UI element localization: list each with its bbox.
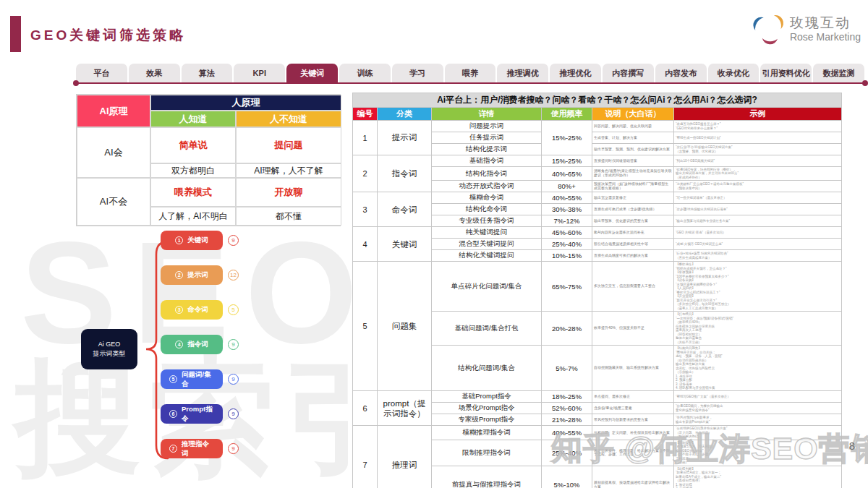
cell-note: 预留决策空间（如“这种模块材料厂”海量模型生成完整方案模板） — [592, 181, 674, 192]
cell-examples: “写一份关键词清单”（需反复修正） — [674, 192, 842, 204]
pill-1: 1关键词 — [161, 231, 223, 250]
cell-category: prompt（提示词指令） — [378, 391, 432, 426]
tab-11[interactable]: 内容撰写 — [603, 64, 654, 83]
cell-known-sub-2: 人了解，AI不明白 — [150, 207, 236, 226]
cell-detail: 单点碎片化问题词/集合 — [432, 262, 542, 312]
cell-note: 多次独立交互，信息割裂需要人工整合 — [592, 262, 674, 312]
cell-no: 4 — [353, 227, 378, 262]
cell-note: 回答问题、解决问题、优化关联问题 — [592, 121, 674, 132]
tab-7[interactable]: 学习 — [392, 64, 443, 83]
page-number: 8 — [849, 440, 855, 452]
tab-10[interactable]: 推理优化 — [550, 64, 601, 83]
cell-note: 输出宽泛需反复修正 — [592, 192, 674, 204]
tab-6[interactable]: 训练 — [339, 64, 391, 83]
cell-note: 效率提升40%、但深度关联不足 — [592, 312, 674, 346]
pill-row-4: 4指令词9 — [161, 335, 239, 354]
cell-examples: 【餐饮选址】“我想在成都开火锅店，怎么选址？”【装修预算】“100平米餐饮店装修… — [674, 262, 842, 312]
table-row: 1提示词问题提示词15%-25%回答问题、解决问题、优化关联问题“玫瑰互动的GE… — [353, 121, 842, 132]
cell-examples: “这类材料厂怎么做GEO？请给出完整方案模板”（预留决策空间） — [674, 181, 842, 192]
cell-frequency: 21%-28% — [542, 414, 592, 426]
cell-note: 输出带预算、优化建议的完整方案 — [592, 215, 674, 227]
cell-known-em-2: 喂养模式 — [150, 178, 236, 207]
tab-14[interactable]: 引用资料优化 — [760, 64, 812, 83]
col-header-unknown: 人不知道 — [236, 111, 341, 127]
table-row: 4关键词纯关键词提问45%-60%靠AI内容库泛化需多次追问补充“GEO 关键词… — [353, 227, 842, 239]
tab-5[interactable]: 关键词 — [286, 64, 338, 83]
cell-note: 清晰角色/场景/约束让模型主动补充未知引导关联建议（形成闭环协作） — [592, 167, 674, 181]
column-header-3: 详情 — [432, 108, 542, 121]
cell-examples: 【前提判断】“如果前提A成立，输出方案一；如果前提A不成立，输出方案二”（真假前… — [674, 466, 842, 488]
pill-label: 推理指令词 — [182, 440, 214, 458]
cell-detail: 问题提示词 — [432, 121, 542, 132]
pill-count-badge: 9 — [228, 443, 239, 454]
cell-examples: “列出10个GEO高频关键词” — [674, 155, 842, 167]
row-label-ai-can: AI会 — [77, 127, 150, 178]
pill-number-icon: 1 — [175, 236, 183, 244]
cell-frequency: 80%+ — [542, 181, 592, 192]
pill-count-badge: 5 — [228, 304, 239, 315]
cell-frequency: 40%-55% — [542, 426, 592, 440]
cell-unknown-sub-2: 都不懂 — [236, 207, 341, 226]
cell-frequency: 40%-65% — [542, 167, 592, 181]
pill-count-badge: 9 — [228, 339, 239, 350]
pill-count-badge: 12 — [228, 270, 239, 281]
pill-row-5: 5问题词/集合9 — [161, 369, 239, 389]
cell-detail: 模糊命令词 — [432, 192, 542, 204]
cell-frequency: 40%-55% — [542, 192, 592, 204]
cell-frequency: 65%-75% — [542, 262, 592, 312]
tab-3[interactable]: 算法 — [182, 64, 233, 83]
cell-no: 7 — [353, 426, 378, 488]
pill-label: 提示词 — [187, 270, 208, 280]
cell-unknown-sub-1: AI理解，人不了解 — [236, 163, 341, 178]
tab-12[interactable]: 内容发布 — [655, 64, 707, 83]
cell-frequency: 52%-60% — [542, 403, 592, 414]
tab-13[interactable]: 收录优化 — [708, 64, 760, 83]
tab-2[interactable]: 效果 — [129, 64, 180, 83]
cell-frequency: 25%-40% — [542, 239, 592, 250]
cell-detail: 场景化Prompt指令 — [432, 403, 542, 414]
mindmap-root-node: Ai GEO 提示词类型 — [81, 329, 137, 369]
cell-frequency: 18%-25% — [542, 391, 592, 403]
cell-category: 推理词 — [378, 426, 432, 488]
pill-count-badge: 9 — [228, 408, 239, 419]
cell-examples: 【打包提问】“一次性回答：选址/预算/设备/招聘/营销”（效率提升40%）但各模… — [674, 312, 842, 346]
cell-detail: 结构化命令词 — [432, 204, 542, 215]
tab-9[interactable]: 推理调优 — [497, 64, 548, 83]
tab-15[interactable]: 数据监测 — [813, 64, 864, 83]
cell-detail: 动态开放式指令词 — [432, 181, 542, 192]
tab-1[interactable]: 平台 — [76, 64, 127, 83]
cell-note: 直接生成高精度可执行的解决方案 — [592, 250, 674, 262]
table-row: 3命令词模糊命令词40%-55%输出宽泛需反复修正“写一份关键词清单”（需反复修… — [353, 192, 842, 204]
cell-frequency: 25%-40% — [542, 440, 592, 466]
pill-4: 4指令词 — [161, 335, 223, 354]
cell-note: 自动挖掘隐藏关联、输出系统性解决方案 — [592, 346, 674, 391]
cell-category: 问题集 — [378, 262, 432, 391]
cell-note: 生成答案、计划、解决方案 — [592, 132, 674, 144]
pill-number-icon: 2 — [175, 271, 183, 279]
pill-number-icon: 5 — [169, 375, 177, 383]
cell-known-sub-1: 双方都明白 — [150, 163, 236, 178]
pill-label: 问题词/集合 — [182, 370, 214, 389]
cell-detail: 专业级任务指令词 — [432, 215, 542, 227]
cell-detail: 模糊推理指令词 — [432, 426, 542, 440]
tab-bar: 平台效果算法KPI关键词训练学习喂养推理调优推理优化内容撰写内容发布收录优化引用… — [76, 64, 864, 83]
cell-note: 输出早预警、预测、预判、优化建议的解决方案 — [592, 144, 674, 155]
pill-6: 6Prompt指令 — [161, 404, 223, 424]
column-header-6: 示例 — [674, 108, 842, 121]
row-label-ai-cannot: AI不会 — [77, 178, 150, 226]
cell-examples: “带风控预判与创新要求，输出专家级Prompt方案” — [674, 414, 842, 426]
cell-frequency: 15%-25% — [542, 121, 592, 155]
cell-examples: “输出含预算与排期的专业级任务方案” — [674, 215, 842, 227]
pill-number-icon: 4 — [175, 341, 183, 348]
cell-frequency: 10%-15% — [542, 250, 592, 262]
cell-note: 部分结合场景描述选择相关性中等 — [592, 239, 674, 250]
cell-examples: “按行业/平台/目标输出GEO关键词方案”（含预警、预测、优化建议） — [674, 144, 842, 155]
tab-4[interactable]: KPI — [234, 64, 285, 83]
cell-examples: 【限制条件】“在预算5万内、30天周期，输出GEO执行方案”（含不限于流程、步骤… — [674, 440, 842, 466]
cell-detail: 限制推理指令词 — [432, 440, 542, 466]
tab-8[interactable]: 喂养 — [445, 64, 496, 83]
cell-frequency: 45%-60% — [542, 227, 592, 239]
logo-name-cn: 玫瑰互动 — [790, 15, 861, 31]
cell-note: 带风控预判与创新要求的完整方案 — [592, 414, 674, 426]
cell-note: 靠AI内容库泛化需多次追问补充 — [592, 227, 674, 239]
